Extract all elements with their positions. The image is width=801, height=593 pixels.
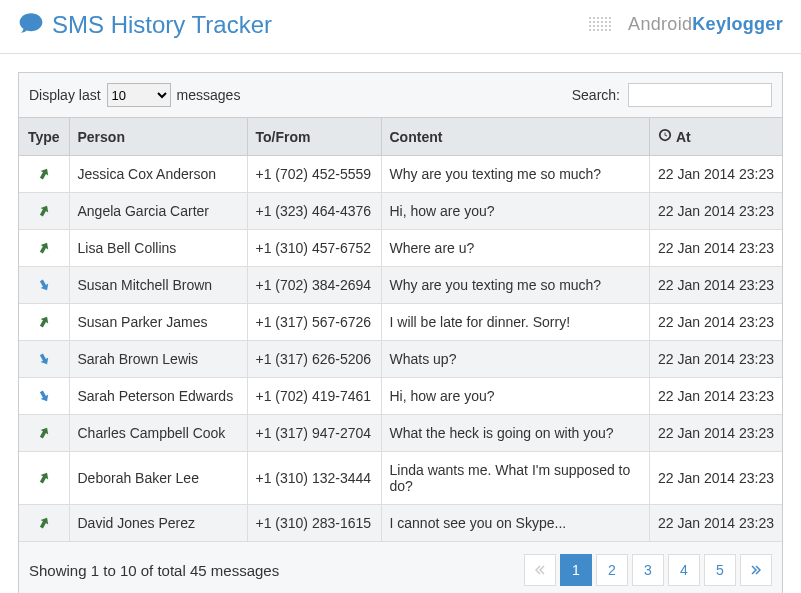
col-header-type[interactable]: Type xyxy=(19,118,69,156)
page-title: SMS History Tracker xyxy=(52,11,272,39)
brand-logo: AndroidKeylogger xyxy=(588,14,783,35)
page-2-button[interactable]: 2 xyxy=(596,554,628,586)
cell-person: Lisa Bell Collins xyxy=(69,230,247,267)
svg-point-14 xyxy=(597,25,599,27)
table-row: Charles Campbell Cook+1 (317) 947-2704Wh… xyxy=(19,415,782,452)
cell-at: 22 Jan 2014 23:23 xyxy=(650,415,783,452)
table-row: Sarah Peterson Edwards+1 (702) 419-7461H… xyxy=(19,378,782,415)
page-1-button[interactable]: 1 xyxy=(560,554,592,586)
cell-person: Susan Mitchell Brown xyxy=(69,267,247,304)
outgoing-arrow-icon xyxy=(27,516,61,530)
cell-content: Why are you texting me so much? xyxy=(381,156,650,193)
cell-person: Sarah Peterson Edwards xyxy=(69,378,247,415)
svg-point-12 xyxy=(589,25,591,27)
cell-type xyxy=(19,415,69,452)
cell-type xyxy=(19,505,69,542)
cell-at: 22 Jan 2014 23:23 xyxy=(650,156,783,193)
svg-point-4 xyxy=(605,17,607,19)
incoming-arrow-icon xyxy=(27,352,61,366)
pagination: 12345 xyxy=(524,554,772,586)
table-row: Jessica Cox Anderson+1 (702) 452-5559Why… xyxy=(19,156,782,193)
cell-type xyxy=(19,304,69,341)
svg-point-2 xyxy=(597,17,599,19)
cell-content: Hi, how are you? xyxy=(381,193,650,230)
svg-point-8 xyxy=(597,21,599,23)
svg-point-18 xyxy=(589,29,591,31)
col-header-tofrom[interactable]: To/From xyxy=(247,118,381,156)
page-5-button[interactable]: 5 xyxy=(704,554,736,586)
cell-phone: +1 (317) 626-5206 xyxy=(247,341,381,378)
outgoing-arrow-icon xyxy=(27,426,61,440)
outgoing-arrow-icon xyxy=(27,315,61,329)
table-row: Susan Parker James+1 (317) 567-6726I wil… xyxy=(19,304,782,341)
svg-point-3 xyxy=(601,17,603,19)
cell-person: Angela Garcia Carter xyxy=(69,193,247,230)
svg-point-1 xyxy=(593,17,595,19)
col-header-at[interactable]: At xyxy=(650,118,783,156)
page-prev-all-button xyxy=(524,554,556,586)
cell-content: I will be late for dinner. Sorry! xyxy=(381,304,650,341)
svg-point-10 xyxy=(605,21,607,23)
col-header-content[interactable]: Content xyxy=(381,118,650,156)
table-row: David Jones Perez+1 (310) 283-1615I cann… xyxy=(19,505,782,542)
cell-content: Why are you texting me so much? xyxy=(381,267,650,304)
page-next-all-button[interactable] xyxy=(740,554,772,586)
cell-at: 22 Jan 2014 23:23 xyxy=(650,193,783,230)
outgoing-arrow-icon xyxy=(27,471,61,485)
svg-point-13 xyxy=(593,25,595,27)
sms-table: Type Person To/From Content At Jessica C… xyxy=(19,117,782,542)
svg-point-0 xyxy=(589,17,591,19)
cell-phone: +1 (702) 419-7461 xyxy=(247,378,381,415)
page-4-button[interactable]: 4 xyxy=(668,554,700,586)
cell-person: Sarah Brown Lewis xyxy=(69,341,247,378)
cell-at: 22 Jan 2014 23:23 xyxy=(650,452,783,505)
cell-type xyxy=(19,193,69,230)
outgoing-arrow-icon xyxy=(27,204,61,218)
cell-content: I cannot see you on Skype... xyxy=(381,505,650,542)
svg-point-19 xyxy=(593,29,595,31)
cell-content: What the heck is going on with you? xyxy=(381,415,650,452)
results-summary: Showing 1 to 10 of total 45 messages xyxy=(29,562,279,579)
cell-at: 22 Jan 2014 23:23 xyxy=(650,304,783,341)
svg-point-16 xyxy=(605,25,607,27)
cell-at: 22 Jan 2014 23:23 xyxy=(650,341,783,378)
cell-person: David Jones Perez xyxy=(69,505,247,542)
cell-person: Jessica Cox Anderson xyxy=(69,156,247,193)
page-3-button[interactable]: 3 xyxy=(632,554,664,586)
cell-phone: +1 (317) 947-2704 xyxy=(247,415,381,452)
search-input[interactable] xyxy=(628,83,772,107)
clock-icon xyxy=(658,128,672,145)
svg-point-6 xyxy=(589,21,591,23)
cell-content: Hi, how are you? xyxy=(381,378,650,415)
svg-point-15 xyxy=(601,25,603,27)
svg-point-20 xyxy=(597,29,599,31)
cell-person: Charles Campbell Cook xyxy=(69,415,247,452)
cell-at: 22 Jan 2014 23:23 xyxy=(650,267,783,304)
cell-at: 22 Jan 2014 23:23 xyxy=(650,230,783,267)
cell-phone: +1 (317) 567-6726 xyxy=(247,304,381,341)
page-size-select[interactable]: 10 xyxy=(107,83,171,107)
cell-type xyxy=(19,230,69,267)
cell-phone: +1 (323) 464-4376 xyxy=(247,193,381,230)
cell-phone: +1 (310) 457-6752 xyxy=(247,230,381,267)
col-header-person[interactable]: Person xyxy=(69,118,247,156)
search-label: Search: xyxy=(572,87,620,103)
table-row: Susan Mitchell Brown+1 (702) 384-2694Why… xyxy=(19,267,782,304)
display-last-label: Display last xyxy=(29,87,101,103)
svg-point-17 xyxy=(609,25,611,27)
outgoing-arrow-icon xyxy=(27,167,61,181)
table-row: Lisa Bell Collins+1 (310) 457-6752Where … xyxy=(19,230,782,267)
brand-text-light: Android xyxy=(628,14,692,34)
table-row: Angela Garcia Carter+1 (323) 464-4376Hi,… xyxy=(19,193,782,230)
svg-point-5 xyxy=(609,17,611,19)
chat-icon xyxy=(18,10,44,39)
incoming-arrow-icon xyxy=(27,389,61,403)
svg-point-9 xyxy=(601,21,603,23)
cell-person: Deborah Baker Lee xyxy=(69,452,247,505)
cell-type xyxy=(19,341,69,378)
table-row: Deborah Baker Lee+1 (310) 132-3444Linda … xyxy=(19,452,782,505)
svg-point-21 xyxy=(601,29,603,31)
cell-content: Linda wants me. What I'm supposed to do? xyxy=(381,452,650,505)
messages-label: messages xyxy=(177,87,241,103)
cell-person: Susan Parker James xyxy=(69,304,247,341)
